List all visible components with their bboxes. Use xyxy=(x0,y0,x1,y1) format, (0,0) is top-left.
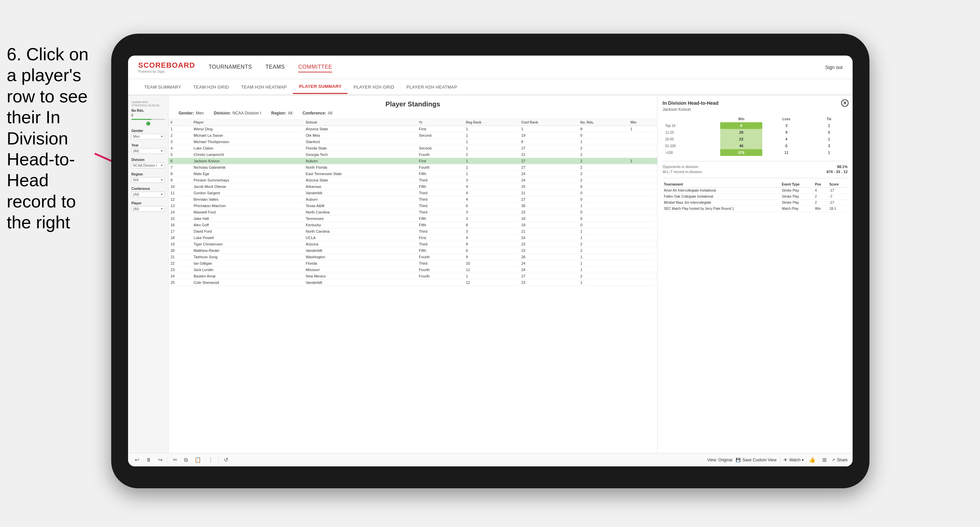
table-row[interactable]: 1 Wenyi Ding Arizona State First 1 1 8 1 xyxy=(169,126,657,132)
tab-player-h2h-grid[interactable]: PLAYER H2H GRID xyxy=(347,81,400,94)
table-row[interactable]: 15 Jake Hall Tennessee Fifth 3 18 0 xyxy=(169,216,657,222)
redo-button[interactable]: ↪ xyxy=(156,457,164,463)
cell-reg: 4 xyxy=(464,196,519,203)
table-row[interactable]: 18 Luke Powell UCLA First 4 24 1 xyxy=(169,235,657,241)
conference-label: Conference xyxy=(131,187,165,190)
save-icon: 💾 xyxy=(736,458,741,462)
table-row[interactable]: 2 Michael La Sasse Ole Miss Second 1 19 … xyxy=(169,132,657,139)
share-action[interactable]: ↗ Share xyxy=(832,458,848,462)
table-row[interactable]: 25 Cole Sherwood Vanderbilt 12 23 1 xyxy=(169,279,657,286)
sign-out-button[interactable]: Sign out xyxy=(825,65,843,70)
tournament-col-score: Score xyxy=(828,181,848,187)
cell-school: East Tennessee State xyxy=(304,171,417,177)
refresh-button[interactable]: ↺ xyxy=(222,457,230,463)
cell-reg: 3 xyxy=(464,228,519,235)
table-row[interactable]: 5 Christo Lamprecht Georgia Tech Fourth … xyxy=(169,152,657,158)
table-row[interactable]: 10 Jacob Mock Oleese Arkansas Fifth 4 25… xyxy=(169,184,657,190)
cell-win: 1 xyxy=(628,126,657,132)
toolbar-sep-2 xyxy=(218,457,219,464)
cell-reg: 11 xyxy=(464,267,519,273)
grid-button[interactable]: ⊞ xyxy=(821,457,828,463)
h2h-loss-cell: 9 xyxy=(762,129,810,136)
col-win: Win xyxy=(628,119,657,126)
cell-num: 4 xyxy=(169,145,192,152)
nav-item-teams[interactable]: TEAMS xyxy=(266,62,285,72)
scissors-button[interactable]: ✂ xyxy=(171,457,179,463)
table-row[interactable]: 4 Luke Claton Florida State Second 1 27 … xyxy=(169,145,657,152)
cell-name: Matthew Riedel xyxy=(192,248,304,254)
table-row[interactable]: 19 Tiger Christensen Arizona Third 8 23 … xyxy=(169,241,657,248)
cell-yr: Fifth xyxy=(417,184,464,190)
update-time: Update time: 27/03/2024 16:56:26 xyxy=(131,100,165,107)
year-label: Year xyxy=(131,143,165,147)
paste-button[interactable]: 📋 xyxy=(193,457,203,463)
tab-team-summary[interactable]: TEAM SUMMARY xyxy=(138,81,188,94)
cell-conf: 27 xyxy=(519,164,578,171)
tab-team-h2h-heatmap[interactable]: TEAM H2H HEATMAP xyxy=(235,81,293,94)
copy-button[interactable]: ⧉ xyxy=(182,457,189,463)
division-label: Division xyxy=(131,158,165,162)
watch-action[interactable]: 👁 Watch ▾ xyxy=(784,458,804,462)
cell-name: Maxwell Ford xyxy=(192,209,304,216)
conference-value[interactable]: (All) xyxy=(131,192,165,197)
h2h-row: 11-25 20 9 5 xyxy=(663,129,848,136)
nav-item-committee[interactable]: COMMITTEE xyxy=(298,62,332,72)
table-row[interactable]: 6 Jackson Koivun Auburn First 1 27 2 1 xyxy=(169,158,657,164)
table-row[interactable]: 21 Taehoon Song Washington Fourth 9 26 1 xyxy=(169,254,657,260)
cell-reg: 4 xyxy=(464,184,519,190)
cell-name: Jacob Mock Oleese xyxy=(192,184,304,190)
h2h-win-cell: 20 xyxy=(720,129,762,136)
table-row[interactable]: 13 Phichaksn Maichon Texas A&M Third 6 3… xyxy=(169,203,657,209)
cell-yr: Third xyxy=(417,196,464,203)
save-custom-action[interactable]: 💾 Save Custom View xyxy=(736,458,776,462)
cell-name: Nicholas Gabrielnik xyxy=(192,164,304,171)
gender-value[interactable]: Men xyxy=(131,134,165,140)
tab-team-h2h-grid[interactable]: TEAM H2H GRID xyxy=(188,81,235,94)
table-row[interactable]: 16 Alex Goff Kentucky Fifth 8 19 0 xyxy=(169,222,657,228)
thumbs-up-button[interactable]: 👍 xyxy=(807,457,817,463)
cell-yr xyxy=(417,139,464,145)
view-original-action[interactable]: View: Original xyxy=(707,458,732,462)
table-row[interactable]: 8 Mats Ege East Tennessee State Fifth 1 … xyxy=(169,171,657,177)
division-value[interactable]: NCAA Division I xyxy=(131,163,165,168)
table-row[interactable]: 9 Preston Summerhays Arizona State Third… xyxy=(169,177,657,184)
table-row[interactable]: 22 Ian Gilligan Florida Third 10 24 1 xyxy=(169,260,657,267)
undo-button[interactable]: ↩ xyxy=(133,457,141,463)
table-row[interactable]: 3 Michael Thorbjornsen Stanford 1 8 1 xyxy=(169,139,657,145)
h2h-win-cell: 578 xyxy=(720,149,762,156)
cell-yr: Third xyxy=(417,177,464,184)
region-value[interactable]: N/A xyxy=(131,177,165,183)
pause-button[interactable]: ⏸ xyxy=(144,457,153,463)
col-conf-rank: Conf Rank xyxy=(519,119,578,126)
cell-conf: 27 xyxy=(519,273,578,279)
more-button[interactable]: ⋮ xyxy=(206,457,215,463)
cell-rds: 2 xyxy=(578,248,628,254)
cell-conf: 30 xyxy=(519,203,578,209)
cell-reg: 3 xyxy=(464,209,519,216)
table-row[interactable]: 7 Nicholas Gabrielnik North Florida Four… xyxy=(169,164,657,171)
table-row[interactable]: 12 Brendan Valles Auburn Third 4 27 0 xyxy=(169,196,657,203)
tab-player-h2h-heatmap[interactable]: PLAYER H2H HEATMAP xyxy=(400,81,463,94)
table-row[interactable]: 17 David Ford North Carolina Third 3 21 … xyxy=(169,228,657,235)
cell-num: 9 xyxy=(169,177,192,184)
table-row[interactable]: 20 Matthew Riedel Vanderbilt Fifth 6 23 … xyxy=(169,248,657,254)
table-row[interactable]: 14 Maxwell Ford North Carolina Third 3 2… xyxy=(169,209,657,216)
cell-school: Kentucky xyxy=(304,222,417,228)
close-h2h-button[interactable]: ✕ xyxy=(841,99,849,107)
cell-rds: 1 xyxy=(578,235,628,241)
cell-yr: Third xyxy=(417,209,464,216)
cell-name: Ian Gilligan xyxy=(192,260,304,267)
year-value[interactable]: (All) xyxy=(131,148,165,154)
table-row[interactable]: 24 Bastien Amat New Mexico Fourth 1 27 2 xyxy=(169,273,657,279)
cell-num: 2 xyxy=(169,132,192,139)
table-row[interactable]: 23 Jack Lundin Missouri Fourth 11 24 1 xyxy=(169,267,657,273)
nav-item-tournaments[interactable]: TOURNAMENTS xyxy=(208,62,252,72)
table-row[interactable]: 11 Gordon Sargent Vanderbilt Third 4 21 … xyxy=(169,190,657,196)
region-filter: Region N/A xyxy=(131,172,165,183)
cell-reg: 1 xyxy=(464,158,519,164)
view-original-label: View: Original xyxy=(707,458,732,462)
tab-player-summary[interactable]: PLAYER SUMMARY xyxy=(293,80,347,94)
rounds-slider[interactable] xyxy=(131,119,165,120)
conference-chip: Conference: All xyxy=(302,111,332,116)
player-value[interactable]: (All) xyxy=(131,206,165,212)
